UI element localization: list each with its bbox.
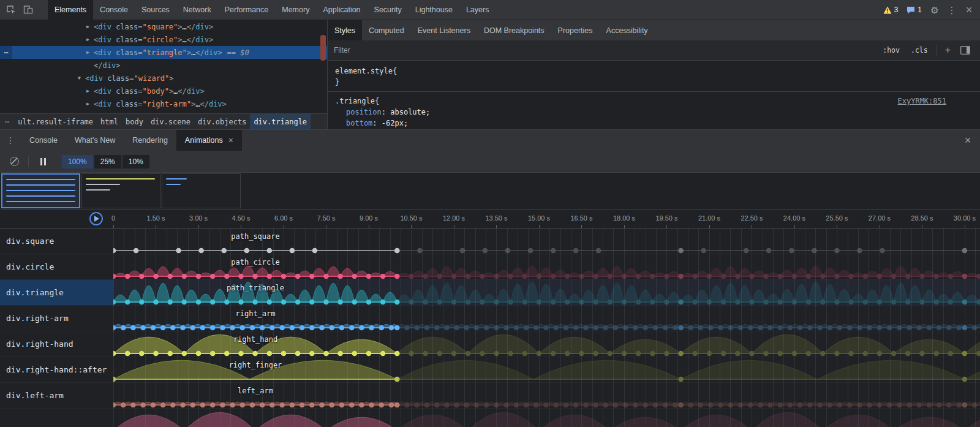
keyframe-dot: [708, 402, 714, 408]
playback-rate-100[interactable]: 100%: [62, 155, 93, 168]
animation-group-preview-2[interactable]: [81, 173, 160, 208]
keyframe-dot: [933, 274, 939, 279]
dom-tree-row[interactable]: ⋯▶<div class="triangle">…</div>== $0: [0, 46, 327, 59]
dom-tree-row[interactable]: </div>: [0, 59, 327, 72]
toggle-sidebar-icon[interactable]: [957, 42, 974, 58]
tab-application[interactable]: Application: [316, 0, 367, 20]
styles-tab-styles[interactable]: Styles: [328, 20, 362, 40]
pseudo-state-toggle-hov[interactable]: :hov: [877, 46, 905, 55]
keyframe-dot: [728, 325, 733, 331]
warnings-badge[interactable]: 3: [879, 6, 903, 14]
messages-badge[interactable]: 1: [902, 6, 926, 14]
pseudo-state-toggle-cls[interactable]: .cls: [905, 46, 933, 55]
close-tab-icon[interactable]: ×: [228, 135, 233, 145]
css-property[interactable]: position: absolute;: [328, 107, 980, 118]
breadcrumb-item-body[interactable]: body: [122, 114, 147, 129]
track-element-label[interactable]: div.square: [0, 229, 113, 254]
chevron-right-icon[interactable]: ▶: [86, 24, 89, 29]
stylesheet-source-link[interactable]: ExyYRMK:851: [898, 96, 946, 107]
dom-tree-row[interactable]: ▼<div class="wizard">: [0, 72, 327, 85]
keyframe-dot: [749, 300, 755, 305]
styles-tab-properties[interactable]: Properties: [551, 20, 600, 40]
breadcrumb-overflow-icon[interactable]: ⋯: [0, 118, 14, 126]
css-property[interactable]: bottom: -62px;: [328, 118, 980, 129]
tab-performance[interactable]: Performance: [218, 0, 276, 20]
drawer-tab-console[interactable]: Console: [21, 130, 66, 151]
keyframe-dot: [444, 402, 450, 408]
keyframes-track[interactable]: [113, 409, 980, 427]
playback-rate-10[interactable]: 10%: [123, 155, 149, 168]
playback-rate-25[interactable]: 25%: [94, 155, 121, 168]
css-rule-selector[interactable]: .triangle {ExyYRMK:851: [328, 96, 980, 107]
track-element-label[interactable]: div.right-hand: [0, 331, 113, 357]
pause-button[interactable]: [34, 153, 52, 170]
ruler-label: 18.00 s: [613, 214, 635, 222]
chevron-right-icon[interactable]: ▶: [86, 101, 89, 107]
keyframe-dot: [565, 274, 570, 279]
drawer-tab-rendering[interactable]: Rendering: [124, 130, 176, 151]
keyframe-dot: [917, 402, 922, 408]
track-element-label[interactable]: [0, 409, 113, 427]
styles-tab-accessibility[interactable]: Accessibility: [600, 20, 655, 40]
animation-group-preview-3[interactable]: [162, 173, 241, 208]
more-options-kebab-icon[interactable]: ⋮: [943, 2, 960, 18]
device-toolbar-icon[interactable]: [20, 2, 37, 18]
new-style-rule-icon[interactable]: +: [939, 45, 957, 56]
more-actions-icon[interactable]: ⋯: [0, 46, 12, 59]
styles-tab-event-listeners[interactable]: Event Listeners: [411, 20, 477, 40]
keyframe-dot: [220, 325, 225, 331]
keyframe-dot: [437, 274, 443, 279]
tab-sources[interactable]: Sources: [135, 0, 176, 20]
dom-tree-row[interactable]: ▶<div class="body">…</div>: [0, 85, 327, 97]
chevron-right-icon[interactable]: ▶: [86, 88, 89, 94]
track-element-label[interactable]: div.right-arm: [0, 306, 113, 331]
breadcrumb-item-div-scene[interactable]: div.scene: [147, 114, 194, 129]
keyframe-dot: [494, 325, 499, 331]
ruler-tick: [709, 225, 710, 228]
chevron-right-icon[interactable]: ▶: [86, 50, 89, 55]
tab-lighthouse[interactable]: Lighthouse: [409, 0, 459, 20]
settings-gear-icon[interactable]: ⚙: [926, 2, 943, 18]
drawer-menu-kebab-icon[interactable]: ⋮: [0, 130, 21, 151]
animation-group-preview-1[interactable]: [1, 173, 80, 208]
tab-console[interactable]: Console: [93, 0, 135, 20]
breadcrumb-item-div-triangle[interactable]: div.triangle: [250, 114, 311, 129]
dom-tree-row[interactable]: ▶<div class="right-arm">…</div>: [0, 97, 327, 110]
chevron-down-icon[interactable]: ▼: [78, 75, 81, 81]
styles-tab-dom-breakpoints[interactable]: DOM Breakpoints: [477, 20, 551, 40]
keyframe-dot: [663, 402, 668, 408]
dom-tree-row[interactable]: ▶<div class="square">…</div>: [0, 20, 327, 33]
drawer-tab-animations[interactable]: Animations×: [176, 130, 242, 151]
styles-tab-computed[interactable]: Computed: [362, 20, 411, 40]
replay-button[interactable]: [89, 212, 103, 225]
clear-all-button[interactable]: [5, 153, 23, 170]
css-rule-selector[interactable]: element.style {: [328, 66, 980, 77]
tab-layers[interactable]: Layers: [459, 0, 496, 20]
keyframe-dot: [797, 325, 803, 331]
animation-track-row: div.squarepath_square: [0, 229, 980, 254]
scrollbar-marker[interactable]: [320, 35, 326, 61]
close-drawer-icon[interactable]: ×: [956, 130, 980, 151]
track-element-label[interactable]: div.right-hand::after: [0, 357, 113, 382]
inspect-element-icon[interactable]: [2, 2, 20, 18]
tab-network[interactable]: Network: [176, 0, 218, 20]
tab-security[interactable]: Security: [368, 0, 409, 20]
keyframe-dot: [962, 351, 968, 357]
drawer-tab-what-s-new[interactable]: What's New: [66, 130, 124, 151]
breadcrumb-item-div-objects[interactable]: div.objects: [194, 114, 250, 129]
close-devtools-icon[interactable]: ×: [960, 2, 978, 18]
style-filter-input[interactable]: [334, 46, 877, 55]
track-element-label[interactable]: div.triangle: [0, 280, 113, 305]
track-element-label[interactable]: div.circle: [0, 254, 113, 279]
keyframe-dot: [252, 274, 258, 279]
breadcrumb-item-ult-result-iframe[interactable]: ult.result-iframe: [14, 114, 97, 129]
dom-tree-row[interactable]: ▶<div class="circle">…</div>: [0, 33, 327, 46]
tab-memory[interactable]: Memory: [275, 0, 316, 20]
chevron-right-icon[interactable]: ▶: [86, 37, 89, 42]
breadcrumb-item-html[interactable]: html: [97, 114, 122, 129]
tab-elements[interactable]: Elements: [48, 0, 93, 20]
animations-toolbar: 100%25%10%: [0, 151, 980, 173]
track-area: right_finger: [113, 357, 980, 382]
track-element-label[interactable]: div.left-arm: [0, 383, 113, 408]
keyframe-dot: [437, 351, 443, 357]
